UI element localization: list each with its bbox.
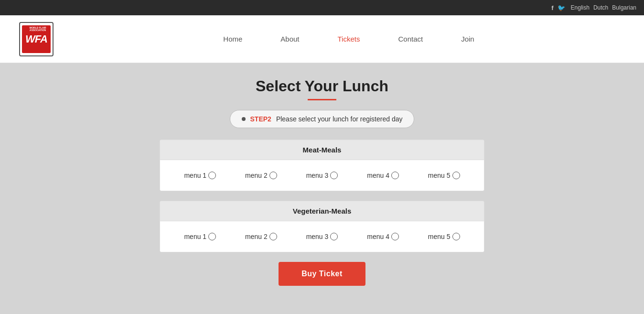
- language-selector: English Dutch Bulgarian: [571, 4, 636, 11]
- meat-meals-header: Meat-Meals: [160, 140, 484, 160]
- veg-menu-5-label: menu 5: [428, 233, 451, 240]
- meat-menu-2-radio[interactable]: [269, 172, 277, 179]
- logo-subtext: WORLD FLAIR ASSOCIATION: [23, 27, 52, 32]
- meat-menu-5-label: menu 5: [428, 172, 451, 179]
- meat-menu-4-radio[interactable]: [391, 172, 399, 179]
- veg-meals-card: Vegeterian-Meals menu 1 menu 2 menu 3 me…: [160, 201, 484, 252]
- lang-english[interactable]: English: [571, 4, 590, 11]
- meat-menu-5-radio[interactable]: [452, 172, 460, 179]
- buy-ticket-container: Buy Ticket: [10, 262, 634, 286]
- meat-meals-card: Meat-Meals menu 1 menu 2 menu 3 menu 4 m…: [160, 140, 484, 191]
- lang-bulgarian[interactable]: Bulgarian: [612, 4, 636, 11]
- logo[interactable]: WORLD FLAIR ASSOCIATION WFA: [19, 22, 54, 56]
- nav-tickets[interactable]: Tickets: [338, 33, 360, 45]
- veg-menu-3[interactable]: menu 3: [306, 233, 338, 240]
- step-indicator: STEP2 Please select your lunch for regis…: [10, 110, 634, 128]
- nav-home[interactable]: Home: [223, 33, 242, 45]
- title-underline: [308, 99, 336, 100]
- buy-ticket-button[interactable]: Buy Ticket: [279, 262, 365, 286]
- main-content: Select Your Lunch STEP2 Please select yo…: [0, 63, 644, 314]
- logo-box: WORLD FLAIR ASSOCIATION WFA: [19, 22, 54, 56]
- meat-menu-2-label: menu 2: [245, 172, 268, 179]
- veg-menu-3-label: menu 3: [306, 233, 329, 240]
- meat-menu-4-label: menu 4: [367, 172, 389, 179]
- twitter-icon[interactable]: 🐦: [558, 4, 565, 11]
- veg-menu-2-radio[interactable]: [269, 233, 277, 240]
- veg-menu-1[interactable]: menu 1: [184, 233, 216, 240]
- top-bar: 🐦 English Dutch Bulgarian: [0, 0, 644, 15]
- logo-text: WFA: [25, 33, 47, 45]
- veg-menu-4-radio[interactable]: [391, 233, 399, 240]
- meat-menu-1[interactable]: menu 1: [184, 172, 216, 179]
- veg-menu-2-label: menu 2: [245, 233, 268, 240]
- step-description: Please select your lunch for registered …: [276, 115, 403, 123]
- social-icons: 🐦: [551, 4, 565, 11]
- veg-meals-body: menu 1 menu 2 menu 3 menu 4 menu 5: [160, 221, 484, 252]
- veg-menu-4[interactable]: menu 4: [367, 233, 399, 240]
- lang-dutch[interactable]: Dutch: [593, 4, 608, 11]
- meat-menu-3-radio[interactable]: [330, 172, 338, 179]
- meat-menu-3[interactable]: menu 3: [306, 172, 338, 179]
- nav-contact[interactable]: Contact: [398, 33, 423, 45]
- step-pill: STEP2 Please select your lunch for regis…: [230, 110, 415, 128]
- veg-menu-3-radio[interactable]: [330, 233, 338, 240]
- header: WORLD FLAIR ASSOCIATION WFA Home About T…: [0, 15, 644, 63]
- meat-menu-2[interactable]: menu 2: [245, 172, 277, 179]
- meat-menu-5[interactable]: menu 5: [428, 172, 460, 179]
- step-bullet: [242, 117, 246, 121]
- meat-meals-body: menu 1 menu 2 menu 3 menu 4 menu 5: [160, 160, 484, 191]
- meat-menu-1-label: menu 1: [184, 172, 206, 179]
- veg-menu-1-label: menu 1: [184, 233, 206, 240]
- veg-menu-2[interactable]: menu 2: [245, 233, 277, 240]
- veg-meals-header: Vegeterian-Meals: [160, 201, 484, 221]
- step-label: STEP2: [250, 115, 271, 123]
- page-title: Select Your Lunch: [10, 77, 634, 95]
- meat-menu-1-radio[interactable]: [208, 172, 216, 179]
- facebook-icon[interactable]: [551, 4, 553, 11]
- veg-menu-5[interactable]: menu 5: [428, 233, 460, 240]
- veg-menu-4-label: menu 4: [367, 233, 389, 240]
- veg-menu-5-radio[interactable]: [452, 233, 460, 240]
- veg-menu-1-radio[interactable]: [208, 233, 216, 240]
- nav-about[interactable]: About: [280, 33, 299, 45]
- meat-menu-3-label: menu 3: [306, 172, 329, 179]
- nav-join[interactable]: Join: [461, 33, 474, 45]
- logo-inner: WORLD FLAIR ASSOCIATION WFA: [22, 25, 51, 53]
- main-nav: Home About Tickets Contact Join: [73, 33, 625, 45]
- meat-menu-4[interactable]: menu 4: [367, 172, 399, 179]
